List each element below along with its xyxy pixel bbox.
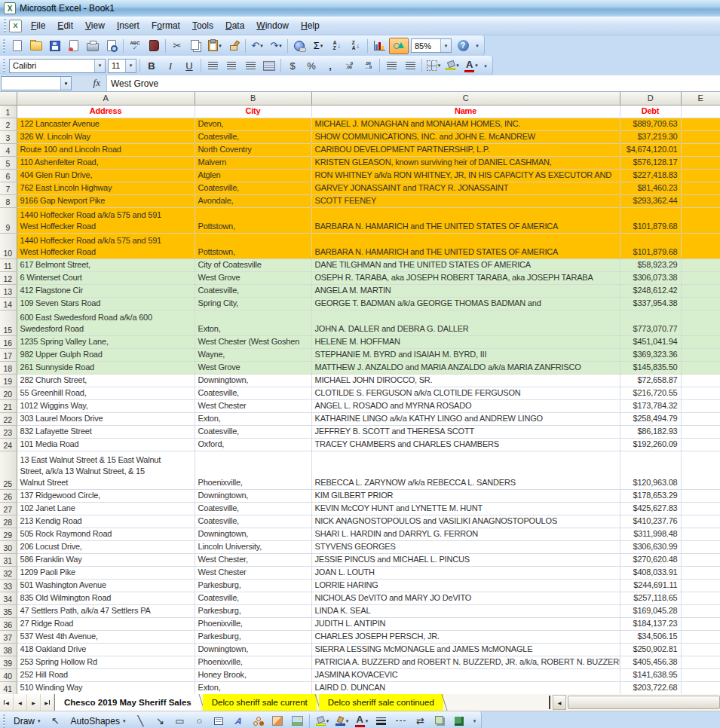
align-center-button[interactable] (222, 57, 241, 74)
address-cell[interactable]: 404 Glen Run Drive, (17, 169, 195, 182)
city-cell[interactable]: West Grove (195, 271, 311, 284)
debt-cell[interactable]: $173,784.32 (620, 399, 681, 412)
city-cell[interactable]: Exton, (195, 412, 311, 425)
font-color-button[interactable]: A▾ (352, 713, 370, 728)
fill-color-dropdown-icon[interactable]: ▾ (326, 718, 329, 724)
empty-cell[interactable] (681, 451, 720, 489)
autoshapes-menu-button[interactable]: AutoShapes▾ (66, 714, 130, 728)
empty-cell[interactable] (681, 399, 720, 412)
city-cell[interactable]: West Chester (195, 399, 311, 412)
name-cell[interactable]: TRACEY CHAMBERS and CHARLES CHAMBERS (311, 438, 620, 451)
row-header[interactable]: 33 (0, 579, 17, 592)
debt-cell[interactable]: $576,128.17 (620, 156, 681, 169)
name-cell[interactable]: BARBARA N. HAMARICH and THE UNITED STATE… (311, 207, 620, 233)
font-color-dropdown-icon[interactable]: ▾ (475, 63, 478, 69)
row-header[interactable]: 32 (0, 566, 17, 579)
borders-dropdown-icon[interactable]: ▾ (438, 63, 441, 69)
city-cell[interactable]: Phoenixville, (195, 656, 311, 668)
row-header[interactable]: 12 (0, 271, 17, 284)
debt-cell[interactable]: $773,070.77 (620, 310, 681, 335)
undo-button[interactable]: ↶▾ (248, 38, 266, 54)
name-cell[interactable]: LORRIE HARING (311, 579, 620, 592)
debt-cell[interactable]: $227,418.83 (620, 169, 681, 182)
draw-menu-button[interactable]: Draw▾ (9, 714, 45, 728)
city-cell[interactable]: Coatesville, (195, 592, 311, 604)
address-cell[interactable]: 13 East Walnut Street & 15 East Walnut S… (17, 451, 195, 489)
address-cell[interactable]: 101 Media Road (17, 438, 195, 451)
name-cell[interactable]: GARVEY JONASSAINT and TRACY R. JONASSAIN… (311, 182, 620, 194)
previous-sheet-button[interactable]: ◀ (14, 694, 27, 711)
save-button[interactable] (46, 38, 64, 54)
address-cell[interactable]: 110 Ashenfelter Road, (17, 156, 195, 169)
fill-color-button[interactable]: ▾ (443, 57, 461, 74)
zoom-combo[interactable]: 85%▾ (411, 38, 452, 53)
empty-cell[interactable] (681, 374, 720, 387)
name-cell[interactable]: STYVENS GEORGES (311, 540, 620, 553)
help-button[interactable] (454, 38, 472, 54)
line-style-button[interactable] (372, 713, 390, 728)
decrease-indent-button[interactable] (382, 57, 400, 74)
spelling-button[interactable]: ABC✓ (126, 38, 144, 54)
empty-header-cell[interactable] (681, 105, 720, 118)
select-all-corner[interactable] (0, 92, 17, 105)
city-header-cell[interactable]: City (195, 105, 311, 118)
address-cell[interactable]: 586 Franklin Way (17, 553, 195, 566)
line-button[interactable]: ╲ (131, 713, 149, 728)
toolbar-options-button[interactable]: ▾ (470, 711, 479, 728)
city-cell[interactable]: Coatesville, (195, 387, 311, 399)
name-cell[interactable]: REBECCA L. ZARYNOW a/k/a REBECCA L. SAND… (311, 451, 620, 489)
toolbar-options-button[interactable]: ▾ (473, 35, 482, 56)
address-cell[interactable]: 505 Rock Raymond Road (17, 528, 195, 540)
name-cell[interactable]: KEVIN McCOY HUNT and LYNETTE M. HUNT (311, 502, 620, 515)
empty-cell[interactable] (681, 361, 720, 374)
city-cell[interactable]: Downingtown, (195, 528, 311, 540)
column-header-a[interactable]: A (17, 92, 195, 105)
empty-cell[interactable] (681, 681, 720, 694)
bold-button[interactable]: B (142, 57, 161, 74)
tab-split-handle[interactable] (549, 696, 550, 709)
debt-cell[interactable]: $101,879.68 (620, 233, 681, 258)
row-header[interactable]: 7 (0, 182, 17, 194)
line-color-dropdown-icon[interactable]: ▾ (346, 718, 349, 724)
new-document-button[interactable] (8, 38, 26, 54)
address-cell[interactable]: 261 Sunnyside Road (17, 361, 195, 374)
menu-help[interactable]: Help (295, 18, 326, 33)
empty-cell[interactable] (681, 656, 720, 668)
row-header[interactable]: 15 (0, 310, 17, 335)
city-cell[interactable]: Phoenixville, (195, 617, 311, 630)
city-cell[interactable]: Parkesburg, (195, 604, 311, 617)
empty-cell[interactable] (681, 425, 720, 438)
row-header[interactable]: 31 (0, 553, 17, 566)
address-cell[interactable]: 835 Old Wilmington Road (17, 592, 195, 604)
city-cell[interactable]: Phoenixville, (195, 451, 311, 489)
city-cell[interactable]: Coatesville, (195, 425, 311, 438)
name-cell[interactable]: PATRICIA A. BUZZERD and ROBERT N. BUZZER… (311, 656, 620, 668)
row-header[interactable]: 16 (0, 335, 17, 348)
zoom-dropdown-icon[interactable]: ▾ (440, 39, 451, 52)
city-cell[interactable]: Exton, (195, 310, 311, 335)
first-sheet-button[interactable]: ◀ (0, 694, 14, 711)
address-cell[interactable]: 326 W. Lincoln Way (17, 130, 195, 143)
name-cell[interactable]: GEORGE T. BADMAN a/k/a GEORGE THOMAS BAD… (311, 297, 620, 310)
city-cell[interactable]: Parkesburg, (195, 630, 311, 643)
row-header[interactable]: 4 (0, 143, 17, 156)
city-cell[interactable]: North Coventry (195, 143, 311, 156)
address-cell[interactable]: 9166 Gap Newport Pike (17, 194, 195, 207)
insert-picture-button[interactable] (288, 713, 306, 728)
empty-cell[interactable] (681, 310, 720, 335)
fill-color-button[interactable]: ▾ (313, 713, 331, 728)
debt-cell[interactable]: $425,627.83 (620, 502, 681, 515)
comma-style-button[interactable]: , (321, 57, 339, 74)
percent-style-button[interactable]: % (302, 57, 320, 74)
name-cell[interactable]: LINDA K. SEAL (311, 604, 620, 617)
font-size-dropdown-icon[interactable]: ▾ (125, 60, 136, 72)
address-cell[interactable]: Route 100 and Lincoln Road (17, 143, 195, 156)
shadow-style-button[interactable] (430, 713, 449, 728)
city-cell[interactable]: Coatesville, (195, 182, 311, 194)
city-cell[interactable]: Oxford, (195, 438, 311, 451)
sheet-tab-delco-continued[interactable]: Delco sheriff sale continued (319, 694, 443, 711)
row-header[interactable]: 13 (0, 284, 17, 297)
name-cell[interactable]: NICHOLAS DeVITO and MARY JO DeVITO (311, 592, 620, 604)
debt-cell[interactable]: $203,722.68 (620, 681, 681, 694)
row-header[interactable]: 25 (0, 451, 17, 489)
